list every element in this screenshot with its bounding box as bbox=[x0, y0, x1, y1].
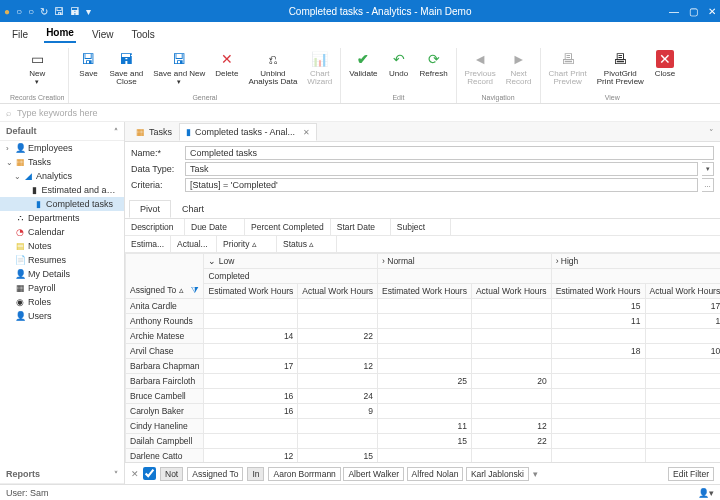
sidebar-item-estimated[interactable]: ▮Estimated and actual wor bbox=[0, 183, 124, 197]
field-subject[interactable]: Subject bbox=[391, 219, 451, 235]
sidebar-group-default[interactable]: Default˄ bbox=[0, 122, 124, 141]
validate-button[interactable]: ✔Validate bbox=[345, 48, 381, 94]
criteria-input[interactable]: [Status] = 'Completed' bbox=[185, 178, 698, 192]
notes-icon: ▤ bbox=[14, 241, 26, 251]
undo-button[interactable]: ↶Undo bbox=[384, 48, 414, 94]
sidebar-item-users[interactable]: 👤Users bbox=[0, 309, 124, 323]
qat-refresh-icon[interactable]: ↻ bbox=[40, 6, 48, 17]
subtab-pivot[interactable]: Pivot bbox=[129, 200, 171, 218]
table-row[interactable]: Barbara Chapman17121712 bbox=[126, 359, 721, 374]
sidebar-item-completed-tasks[interactable]: ▮Completed tasks bbox=[0, 197, 124, 211]
sidebar-item-roles[interactable]: ◉Roles bbox=[0, 295, 124, 309]
filter-dropdown-icon[interactable]: ▾ bbox=[533, 469, 538, 479]
edit-filter-button[interactable]: Edit Filter bbox=[668, 467, 714, 481]
field-duedate[interactable]: Due Date bbox=[185, 219, 245, 235]
sidebar-item-mydetails[interactable]: 👤My Details bbox=[0, 267, 124, 281]
col-high[interactable]: › High bbox=[551, 254, 720, 269]
close-button[interactable]: ✕Close bbox=[650, 48, 680, 94]
field-estimated[interactable]: Estima... bbox=[125, 236, 171, 252]
field-actual[interactable]: Actual... bbox=[171, 236, 217, 252]
table-row[interactable]: Carolyn Baker169169 bbox=[126, 404, 721, 419]
filter-enable-checkbox[interactable] bbox=[143, 467, 156, 480]
sidebar-group-reports[interactable]: Reports˅ bbox=[0, 465, 124, 484]
refresh-button[interactable]: ⟳Refresh bbox=[416, 48, 452, 94]
save-new-button[interactable]: 🖫Save and New▾ bbox=[149, 48, 209, 94]
menu-home[interactable]: Home bbox=[44, 23, 76, 43]
close-tab-icon[interactable]: ✕ bbox=[303, 128, 310, 137]
sidebar-item-resumes[interactable]: 📄Resumes bbox=[0, 253, 124, 267]
menu-tools[interactable]: Tools bbox=[129, 25, 156, 43]
qat-dot-icon[interactable]: ○ bbox=[28, 6, 34, 17]
table-row[interactable]: Dailah Campbell15221522 bbox=[126, 434, 721, 449]
dropdown-icon[interactable]: ▾ bbox=[702, 162, 714, 176]
qat-save-icon[interactable]: 🖫 bbox=[54, 6, 64, 17]
minimize-button[interactable]: — bbox=[669, 6, 679, 17]
sidebar-item-employees[interactable]: ›👤Employees bbox=[0, 141, 124, 155]
sort-asc-icon: ▵ bbox=[252, 239, 257, 249]
name-input[interactable]: Completed tasks bbox=[185, 146, 714, 160]
close-window-button[interactable]: ✕ bbox=[708, 6, 716, 17]
table-row[interactable]: Anita Cardle15171517 bbox=[126, 299, 721, 314]
col-low[interactable]: ⌄ Low bbox=[204, 254, 378, 269]
field-priority[interactable]: Priority ▵ bbox=[217, 236, 277, 252]
save-close-button[interactable]: 🖬Save and Close bbox=[105, 48, 147, 94]
table-row[interactable]: Anthony Rounds111111 bbox=[126, 314, 721, 329]
tab-completed-tasks[interactable]: ▮Completed tasks - Anal...✕ bbox=[179, 123, 317, 141]
delete-button[interactable]: ✕Delete bbox=[211, 48, 242, 94]
menu-view[interactable]: View bbox=[90, 25, 116, 43]
filter-in[interactable]: In bbox=[247, 467, 264, 481]
sidebar-item-calendar[interactable]: ◔Calendar bbox=[0, 225, 124, 239]
tab-overflow-dropdown[interactable]: ˅ bbox=[703, 125, 720, 141]
rowfield-assigned-to[interactable]: Assigned To bbox=[130, 285, 176, 295]
search-bar[interactable]: ⌕ Type keywords here bbox=[0, 104, 720, 122]
qat-saveclose-icon[interactable]: 🖬 bbox=[70, 6, 80, 17]
table-row[interactable]: Barbara Faircloth25202520 bbox=[126, 374, 721, 389]
sidebar-item-analytics[interactable]: ⌄◢Analytics bbox=[0, 169, 124, 183]
table-row[interactable]: Arvil Chase18101810 bbox=[126, 344, 721, 359]
filter-field[interactable]: Assigned To bbox=[187, 467, 243, 481]
col-normal[interactable]: › Normal bbox=[378, 254, 552, 269]
subtab-chart[interactable]: Chart bbox=[171, 200, 215, 218]
col-completed: Completed bbox=[204, 269, 378, 284]
col-act: Actual Work Hours bbox=[298, 284, 378, 299]
table-row[interactable]: Archie Matese14221422 bbox=[126, 329, 721, 344]
field-percent[interactable]: Percent Completed bbox=[245, 219, 331, 235]
qat-dot-icon[interactable]: ○ bbox=[16, 6, 22, 17]
qat-dropdown-icon[interactable]: ▾ bbox=[86, 6, 91, 17]
filter-value-chip[interactable]: Alfred Nolan bbox=[407, 467, 464, 481]
field-status[interactable]: Status ▵ bbox=[277, 236, 337, 252]
main-area: ▦Tasks ▮Completed tasks - Anal...✕ ˅ Nam… bbox=[125, 122, 720, 484]
pivot-grid[interactable]: Assigned To ▵ ⧩ ⌄ Low › Normal › High Gr… bbox=[125, 253, 720, 462]
table-row[interactable]: Bruce Cambell16241624 bbox=[126, 389, 721, 404]
new-button[interactable]: ▭New▾ bbox=[22, 48, 52, 94]
field-description[interactable]: Description bbox=[125, 219, 185, 235]
tab-tasks[interactable]: ▦Tasks bbox=[129, 123, 179, 141]
maximize-button[interactable]: ▢ bbox=[689, 6, 698, 17]
table-row[interactable]: Cindy Haneline11121112 bbox=[126, 419, 721, 434]
unbind-button[interactable]: ⎌Unbind Analysis Data bbox=[244, 48, 301, 94]
filter-icon[interactable]: ⧩ bbox=[191, 285, 199, 296]
pivot-print-button[interactable]: 🖶PivotGrid Print Preview bbox=[593, 48, 648, 94]
roles-icon: ◉ bbox=[14, 297, 26, 307]
ellipsis-icon[interactable]: … bbox=[702, 178, 714, 192]
field-startdate[interactable]: Start Date bbox=[331, 219, 391, 235]
filter-value-chip[interactable]: Aaron Borrmann bbox=[268, 467, 340, 481]
filter-not[interactable]: Not bbox=[160, 467, 183, 481]
sidebar-item-notes[interactable]: ▤Notes bbox=[0, 239, 124, 253]
sidebar-item-tasks[interactable]: ⌄▦Tasks bbox=[0, 155, 124, 169]
sidebar-item-departments[interactable]: ⛬Departments bbox=[0, 211, 124, 225]
menu-file[interactable]: File bbox=[10, 25, 30, 43]
prev-icon: ◄ bbox=[471, 50, 489, 68]
qat-dot-icon[interactable]: ● bbox=[4, 6, 10, 17]
delete-icon: ✕ bbox=[218, 50, 236, 68]
filter-close-icon[interactable]: ✕ bbox=[131, 469, 139, 479]
status-user-icon[interactable]: 👤▾ bbox=[698, 488, 714, 498]
unbind-icon: ⎌ bbox=[264, 50, 282, 68]
filter-value-chip[interactable]: Karl Jablonski bbox=[466, 467, 529, 481]
datatype-input[interactable]: Task bbox=[185, 162, 698, 176]
chart-wizard-button: 📊Chart Wizard bbox=[303, 48, 336, 94]
sidebar-item-payroll[interactable]: ▦Payroll bbox=[0, 281, 124, 295]
table-row[interactable]: Darlene Catto12151215 bbox=[126, 449, 721, 463]
save-button[interactable]: 🖫Save bbox=[73, 48, 103, 94]
filter-value-chip[interactable]: Albert Walker bbox=[343, 467, 404, 481]
